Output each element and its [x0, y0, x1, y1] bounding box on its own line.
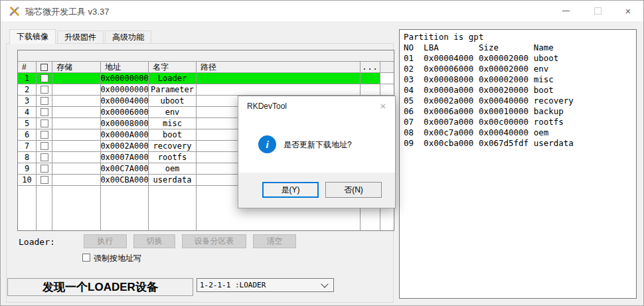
filler-cell [149, 186, 197, 230]
select-all-checkbox[interactable] [40, 64, 48, 71]
storage-cell [52, 118, 101, 129]
row-checkbox-cell [37, 163, 52, 175]
storage-cell [52, 84, 101, 96]
chevron-down-icon [321, 280, 328, 287]
more-cell[interactable] [361, 73, 380, 84]
dialog-title: RKDevTool [247, 102, 287, 111]
device-status-box: 发现一个LOADER设备 [7, 278, 193, 296]
table-row[interactable]: 2 0x00000000 Parameter [18, 84, 394, 96]
more-cell[interactable] [361, 84, 380, 96]
partition-line: 04 0x0000a000 0x00020000 boot [404, 85, 632, 96]
storage-cell [52, 152, 101, 163]
row-checkbox[interactable] [40, 131, 48, 139]
row-checkbox[interactable] [40, 153, 48, 161]
partition-line: Partition is gpt [404, 32, 632, 42]
confirm-dialog: RKDevTool × i 是否更新下载地址? 是(Y) 否(N) [238, 96, 396, 208]
tab-upgrade-firmware[interactable]: 升级固件 [57, 31, 104, 44]
row-checkbox[interactable] [40, 74, 48, 82]
row-checkbox[interactable] [40, 108, 48, 116]
partition-line: NO LBA Size Name [404, 42, 632, 53]
address-cell: 0x00004000 [101, 96, 149, 107]
address-cell: 0x00CBA000 [101, 175, 149, 186]
address-cell: 0x00000000 [101, 73, 149, 84]
app-logo-icon [9, 6, 20, 17]
row-checkbox-cell [37, 141, 52, 152]
row-checkbox[interactable] [40, 165, 48, 173]
row-number: 6 [18, 129, 37, 141]
partition-info-panel: Partition is gpt NO LBA Size Name 01 0x0… [399, 29, 637, 299]
row-number: 5 [18, 118, 37, 129]
row-filler [380, 84, 394, 96]
row-checkbox[interactable] [40, 142, 48, 150]
clear-button[interactable]: 清空 [253, 234, 296, 248]
address-cell: 0x00008000 [101, 118, 149, 129]
row-checkbox[interactable] [40, 97, 48, 105]
tab-bar: 下载镜像 升级固件 高级功能 [9, 29, 153, 44]
header-path: 路径 [197, 62, 361, 73]
minimize-icon [562, 11, 570, 11]
storage-cell [52, 141, 101, 152]
path-cell[interactable] [197, 84, 361, 96]
minimize-button[interactable] [554, 1, 577, 21]
maximize-button[interactable] [586, 1, 609, 21]
switch-button[interactable]: 切换 [133, 234, 175, 248]
header-address: 地址 [101, 62, 149, 73]
partition-line: 07 0x0007a000 0x00c00000 rootfs [404, 117, 632, 127]
address-cell: 0x00000000 [101, 84, 149, 96]
filler-cell [52, 186, 101, 230]
execute-button[interactable]: 执行 [84, 234, 127, 248]
row-number: 10 [18, 175, 37, 186]
name-cell: boot [149, 129, 197, 141]
tab-label: 高级功能 [112, 32, 144, 43]
storage-cell [52, 163, 101, 175]
table-row[interactable]: 1 0x00000000 Loader [18, 73, 394, 84]
dialog-close-button[interactable]: × [377, 100, 389, 112]
yes-button[interactable]: 是(Y) [262, 182, 319, 198]
row-checkbox-cell [37, 129, 52, 141]
row-checkbox[interactable] [40, 119, 48, 127]
address-cell: 0x0002A000 [101, 141, 149, 152]
no-button[interactable]: 否(N) [325, 182, 382, 198]
tab-advanced[interactable]: 高级功能 [105, 31, 151, 44]
partition-line: 06 0x0006a000 0x00010000 backup [404, 106, 632, 117]
filler-cell [18, 186, 37, 230]
header-more: ... [361, 62, 380, 73]
name-cell: userdata [149, 175, 197, 186]
title-bar: 瑞芯微开发工具 v3.37 × [1, 1, 643, 21]
name-cell: misc [149, 118, 197, 129]
dialog-footer: 是(Y) 否(N) [238, 173, 395, 208]
info-icon: i [258, 135, 276, 153]
force-write-by-address-checkbox[interactable] [82, 254, 90, 262]
close-icon: × [380, 100, 386, 112]
app-window: 瑞芯微开发工具 v3.37 × 下载镜像 升级固件 高级功能 # 存储 地址 名… [0, 0, 644, 306]
tab-download-image[interactable]: 下载镜像 [9, 29, 56, 44]
device-partition-table-button[interactable]: 设备分区表 [182, 234, 246, 248]
row-filler [380, 73, 394, 84]
partition-line: 03 0x00008000 0x00002000 misc [404, 74, 632, 85]
row-number: 1 [18, 73, 37, 84]
header-checkbox-cell [37, 62, 52, 73]
row-checkbox[interactable] [40, 176, 48, 184]
maximize-icon [594, 7, 602, 15]
path-cell[interactable] [197, 73, 361, 84]
partition-line: 01 0x00004000 0x00002000 uboot [404, 53, 632, 64]
row-number: 3 [18, 96, 37, 107]
close-button[interactable]: × [617, 1, 639, 21]
tab-label: 升级固件 [64, 32, 96, 43]
row-checkbox[interactable] [40, 86, 48, 94]
header-storage: 存储 [52, 62, 101, 73]
device-select-value: 1-2-1-1 :LOADER [197, 281, 322, 289]
storage-cell [52, 96, 101, 107]
filler-cell [37, 186, 52, 230]
partition-line: 09 0x00cba000 0x067d5fdf userdata [404, 138, 632, 149]
device-select-dropdown[interactable]: 1-2-1-1 :LOADER [197, 278, 334, 292]
name-cell: recovery [149, 141, 197, 152]
name-cell: env [149, 107, 197, 118]
filler-cell [101, 186, 149, 230]
info-glyph: i [266, 139, 268, 150]
table-top-strip [18, 50, 394, 62]
partition-line: 02 0x00006000 0x00002000 env [404, 64, 632, 74]
header-name: 名字 [149, 62, 197, 73]
header-num: # [18, 62, 37, 73]
row-checkbox-cell [37, 107, 52, 118]
